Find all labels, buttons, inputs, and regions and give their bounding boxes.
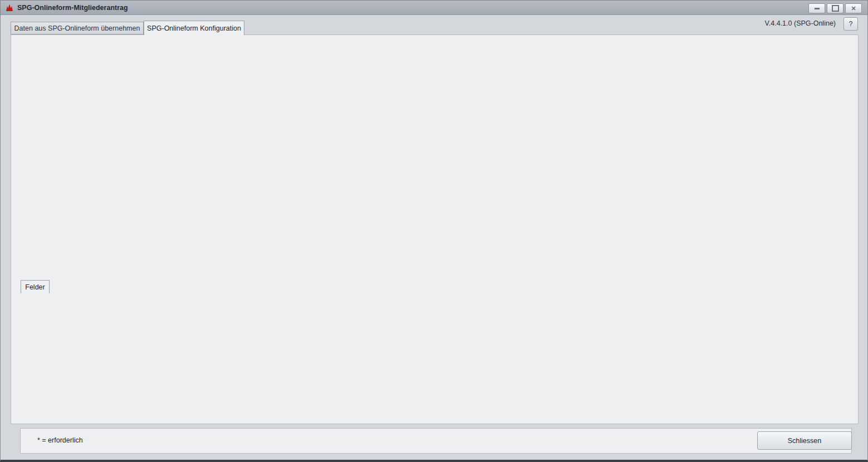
version-label: V.4.4.1.0 (SPG-Online) <box>741 19 836 27</box>
schliessen-button[interactable]: Schliessen <box>757 431 852 450</box>
application-window: SPG-Onlineform-Mitgliederantrag V.4.4.1.… <box>0 0 868 462</box>
close-icon <box>851 6 856 12</box>
help-button[interactable]: ? <box>844 17 858 31</box>
minimize-icon <box>815 8 820 9</box>
close-button[interactable] <box>845 3 862 13</box>
title-bar: SPG-Onlineform-Mitgliederantrag <box>1 1 867 15</box>
footer-panel: * = erforderlich Schliessen <box>20 428 852 454</box>
required-note: * = erforderlich <box>37 436 83 444</box>
minimize-button[interactable] <box>808 3 825 13</box>
subtab-felder[interactable]: Felder <box>21 280 50 293</box>
app-icon <box>5 3 14 12</box>
tab-daten-uebernehmen[interactable]: Daten aus SPG-Onlineform übernehmen <box>11 22 144 35</box>
window-title: SPG-Onlineform-Mitgliederantrag <box>17 4 128 12</box>
maximize-button[interactable] <box>827 3 844 13</box>
maximize-icon <box>832 5 839 12</box>
tab-page <box>11 35 859 424</box>
tab-konfiguration[interactable]: SPG-Onlineform Konfiguration <box>144 21 244 35</box>
